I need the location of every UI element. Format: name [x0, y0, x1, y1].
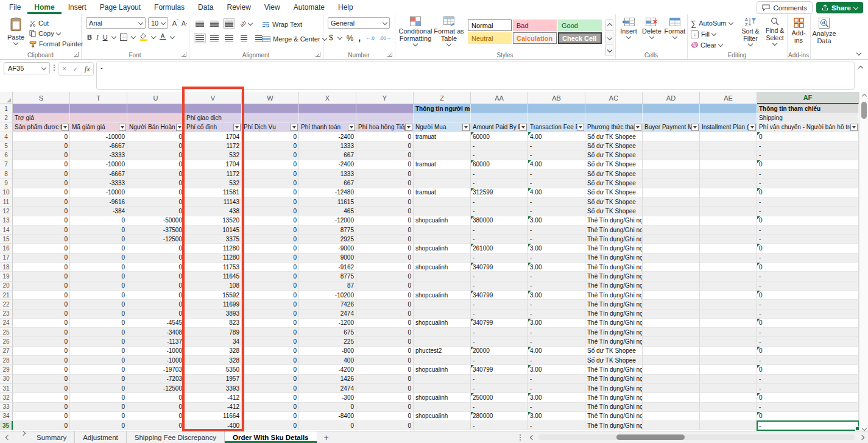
hscroll-left-icon[interactable]: [529, 434, 536, 441]
cell-aa7[interactable]: 60000: [471, 160, 528, 169]
cell-t8[interactable]: -6667: [70, 169, 127, 179]
cell-x12[interactable]: 465: [299, 207, 356, 216]
cell-s26[interactable]: 0: [13, 337, 70, 346]
cell-y20[interactable]: 0: [356, 282, 414, 291]
cell-y14[interactable]: 0: [356, 225, 414, 235]
cell-z1[interactable]: Thông tin người mua: [414, 104, 471, 113]
cell-ac31[interactable]: Thẻ Tín dụng/Ghi nợ: [585, 384, 643, 393]
cell-af6[interactable]: -: [757, 151, 859, 160]
cell-s7[interactable]: 0: [13, 160, 70, 169]
cell-z3[interactable]: Người Mua: [414, 123, 471, 132]
addins-button[interactable]: Add-ins: [788, 18, 809, 44]
cell-v31[interactable]: 3393: [185, 384, 242, 393]
cell-aa27[interactable]: 20000: [471, 347, 528, 356]
percent-button[interactable]: %: [347, 34, 354, 43]
cell-ad16[interactable]: [643, 244, 700, 253]
cell-v3[interactable]: Phí cố định: [185, 123, 242, 132]
cell-ad20[interactable]: [643, 282, 700, 291]
row-header-32[interactable]: 32: [0, 393, 13, 402]
cell-v17[interactable]: 11280: [185, 253, 242, 263]
cell-v9[interactable]: 532: [185, 179, 242, 188]
cell-ac17[interactable]: Thẻ Tín dụng/Ghi nợ: [585, 253, 643, 263]
cell-x8[interactable]: 1333: [299, 169, 356, 179]
cell-w35[interactable]: 0: [242, 421, 299, 430]
cell-z16[interactable]: shopcualinh: [414, 244, 471, 253]
cell-ad5[interactable]: [643, 141, 700, 151]
cell-x13[interactable]: -12000: [299, 216, 356, 225]
add-sheet-button[interactable]: +: [317, 431, 336, 443]
confirm-entry-icon[interactable]: ✓: [73, 66, 78, 73]
orientation-icon[interactable]: ab: [239, 19, 247, 27]
cell-af3[interactable]: Phí vận chuyển - Người bán hỗ trợ: [757, 123, 859, 132]
cell-ab22[interactable]: -: [528, 300, 585, 309]
cell-u1[interactable]: [127, 104, 185, 113]
cell-af20[interactable]: -: [757, 282, 859, 291]
collapse-formula-bar-icon[interactable]: [856, 65, 865, 72]
increase-decimal-button[interactable]: ←.0: [365, 35, 375, 41]
row-header-35[interactable]: 35: [0, 421, 13, 430]
cell-z20[interactable]: [414, 282, 471, 291]
cell-ae14[interactable]: [700, 225, 757, 235]
cell-y30[interactable]: 0: [356, 375, 414, 384]
cell-z9[interactable]: [414, 179, 471, 188]
filter-button-w[interactable]: [291, 124, 298, 131]
cell-af15[interactable]: -: [757, 235, 859, 244]
cell-aa28[interactable]: -: [471, 356, 528, 365]
cell-x2[interactable]: [299, 113, 356, 122]
cell-ad30[interactable]: [643, 375, 700, 384]
sheet-tab-adjustment[interactable]: Adjustment: [75, 431, 127, 443]
row-header-4[interactable]: 4: [0, 132, 13, 141]
cell-ad35[interactable]: [643, 421, 700, 430]
cell-af30[interactable]: -: [757, 375, 859, 384]
col-header-z[interactable]: Z: [414, 92, 471, 104]
row-header-18[interactable]: 18: [0, 263, 13, 272]
row-header-2[interactable]: 2: [0, 113, 13, 122]
cell-ae15[interactable]: [700, 235, 757, 244]
cell-ac22[interactable]: Thẻ Tín dụng/Ghi nợ: [585, 300, 643, 309]
cell-aa29[interactable]: 340799: [471, 365, 528, 374]
cell-v26[interactable]: 34: [185, 337, 242, 346]
middle-align-icon[interactable]: [208, 18, 221, 29]
cell-s24[interactable]: 0: [13, 319, 70, 328]
cell-ae35[interactable]: [700, 421, 757, 430]
cell-ab6[interactable]: -: [528, 151, 585, 160]
increase-font-button[interactable]: Aˆ: [171, 18, 180, 29]
cell-w34[interactable]: 0: [242, 412, 299, 421]
cell-x28[interactable]: 400: [299, 356, 356, 365]
row-header-8[interactable]: 8: [0, 169, 13, 179]
cell-ab3[interactable]: Transaction Fee R: [528, 123, 585, 132]
cell-s16[interactable]: 0: [13, 244, 70, 253]
cell-v8[interactable]: 1172: [185, 169, 242, 179]
cell-s9[interactable]: 0: [13, 179, 70, 188]
filter-button-z[interactable]: [462, 124, 470, 131]
cell-t13[interactable]: 0: [70, 216, 127, 225]
cell-ad25[interactable]: [643, 328, 700, 337]
cell-s20[interactable]: 0: [13, 282, 70, 291]
cell-ab33[interactable]: -: [528, 403, 585, 412]
cell-v13[interactable]: 13520: [185, 216, 242, 225]
style-normal[interactable]: Normal: [468, 19, 512, 31]
cell-ae28[interactable]: [700, 356, 757, 365]
cell-af12[interactable]: -: [757, 207, 859, 216]
cell-w2[interactable]: [242, 113, 299, 122]
menu-tab-formulas[interactable]: Formulas: [147, 0, 191, 14]
cell-u15[interactable]: -12500: [127, 235, 185, 244]
col-header-w[interactable]: W: [242, 92, 299, 104]
cell-ad14[interactable]: [643, 225, 700, 235]
cell-z4[interactable]: tramuat: [414, 132, 471, 141]
cell-x9[interactable]: 667: [299, 179, 356, 188]
share-button[interactable]: Share: [816, 2, 863, 13]
cell-ad2[interactable]: [643, 113, 700, 122]
cell-af7[interactable]: 0: [757, 160, 859, 169]
cell-s1[interactable]: [13, 104, 70, 113]
cell-ab32[interactable]: 3.00: [528, 393, 585, 402]
cell-s6[interactable]: 0: [13, 151, 70, 160]
cell-z32[interactable]: shopcualinh: [414, 393, 471, 402]
cell-v15[interactable]: 3375: [185, 235, 242, 244]
cell-y11[interactable]: 0: [356, 197, 414, 207]
cell-t24[interactable]: 0: [70, 319, 127, 328]
row-header-15[interactable]: 15: [0, 235, 13, 244]
row-header-1[interactable]: 1: [0, 104, 13, 113]
cell-w18[interactable]: 0: [242, 263, 299, 272]
cell-ad8[interactable]: [643, 169, 700, 179]
